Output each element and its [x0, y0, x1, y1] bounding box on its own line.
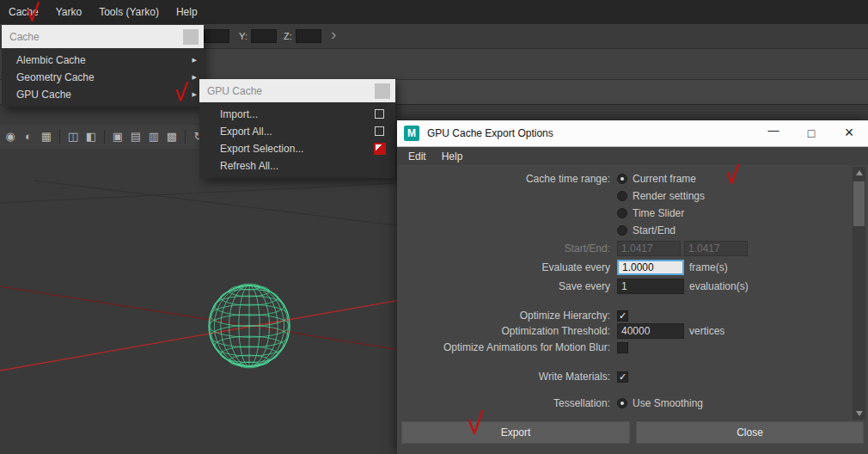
z-coordinate-input[interactable] [296, 29, 321, 43]
cache-dropdown-menu: Cache Alembic Cache ▶ Geometry Cache ▶ G… [2, 25, 204, 107]
textured-icon[interactable]: ▦ [40, 130, 53, 144]
film-gate-icon[interactable]: ▤ [129, 130, 143, 144]
close-button[interactable]: Close [636, 421, 864, 444]
optimize-hierarchy-label: Optimize Hierarchy: [400, 310, 617, 322]
scroll-down-icon[interactable] [853, 408, 865, 420]
wireframe-sphere[interactable] [209, 284, 290, 368]
menu-item-refresh-all[interactable]: Refresh All... [199, 157, 395, 175]
gate-mask-icon[interactable]: ▩ [165, 130, 179, 144]
maximize-icon[interactable]: □ [792, 120, 830, 146]
menu-item-label: Import... [220, 108, 258, 120]
start-end-fields-row: Start/End: [400, 240, 851, 257]
evaluate-every-field[interactable] [617, 260, 684, 275]
cache-time-range-row: Cache time range: Current frame [400, 170, 851, 187]
radio-render-settings[interactable] [617, 191, 627, 201]
dialog-scrollbar[interactable] [853, 167, 865, 420]
end-frame-field[interactable] [684, 241, 748, 256]
motion-blur-checkbox[interactable] [617, 342, 628, 353]
radio-start-end[interactable] [617, 225, 627, 236]
export-all-option-box-icon[interactable] [375, 126, 384, 136]
evaluate-every-suffix: frame(s) [689, 261, 728, 273]
menu-item-export-all[interactable]: Export All... [199, 123, 395, 140]
radio-render-settings-label[interactable]: Render settings [633, 190, 705, 202]
radio-current-frame-label[interactable]: Current frame [633, 173, 696, 185]
scroll-up-icon[interactable] [853, 167, 865, 179]
submenu-arrow-icon: ▶ [193, 69, 197, 86]
radio-current-frame[interactable] [617, 174, 627, 184]
optimization-threshold-field[interactable] [617, 323, 684, 339]
menu-tearoff-icon[interactable] [375, 83, 390, 99]
close-icon[interactable]: × [830, 120, 868, 146]
menu-item-label: GPU Cache [16, 89, 71, 101]
menu-cache[interactable]: Cache [0, 0, 47, 24]
optimization-threshold-suffix: vertices [689, 325, 724, 337]
wireframe-on-shaded-icon[interactable]: ◫ [66, 130, 80, 144]
export-button[interactable]: Export [401, 421, 630, 444]
toolbar-separator [185, 130, 186, 144]
radio-time-slider-label[interactable]: Time Slider [633, 207, 684, 219]
write-materials-checkbox[interactable] [617, 371, 628, 383]
menu-tearoff-icon[interactable] [183, 29, 199, 45]
gpu-menu-title: GPU Cache [207, 85, 375, 97]
menu-item-geometry-cache[interactable]: Geometry Cache ▶ [2, 69, 204, 86]
menu-item-label: Export Selection... [220, 143, 303, 155]
optimization-threshold-row: Optimization Threshold: vertices [400, 322, 851, 340]
save-every-suffix: evaluation(s) [689, 280, 749, 292]
menu-tools-yarko[interactable]: Tools (Yarko) [90, 0, 168, 24]
maya-app-icon: M [404, 126, 419, 141]
dialog-menubar: Edit Help [397, 146, 868, 165]
write-materials-row: Write Materials: [400, 368, 851, 385]
save-every-field[interactable] [617, 279, 684, 294]
dialog-menu-help[interactable]: Help [434, 147, 471, 165]
toolbar-collapse-icon[interactable]: › [331, 25, 336, 44]
evaluate-every-row: Evaluate every frame(s) [400, 259, 851, 276]
menu-help[interactable]: Help [168, 0, 206, 24]
optimize-hierarchy-checkbox[interactable] [617, 310, 628, 322]
dialog-titlebar[interactable]: M GPU Cache Export Options — □ × [397, 120, 868, 146]
dialog-title: GPU Cache Export Options [427, 127, 755, 139]
save-every-label: Save every [400, 280, 617, 292]
menu-item-label: Refresh All... [220, 160, 278, 172]
shading-icon[interactable]: ◐ [21, 130, 35, 144]
xray-icon[interactable]: ◧ [84, 130, 98, 144]
y-coordinate-input[interactable] [251, 29, 277, 43]
resolution-gate-icon[interactable]: ▥ [147, 130, 161, 144]
menu-item-gpu-cache[interactable]: GPU Cache ▶ [2, 86, 204, 103]
y-coordinate-label: Y: [239, 31, 248, 41]
radio-use-smoothing-label[interactable]: Use Smoothing [633, 397, 703, 409]
menu-item-alembic-cache[interactable]: Alembic Cache ▶ [2, 52, 204, 69]
menu-item-import[interactable]: Import... [199, 106, 395, 123]
tessellation-label: Tessellation: [400, 397, 617, 409]
motion-blur-label: Optimize Animations for Motion Blur: [400, 341, 617, 353]
export-selection-option-box-icon[interactable] [374, 143, 386, 155]
cache-menu-title: Cache [9, 31, 183, 43]
menu-item-export-selection[interactable]: Export Selection... [199, 140, 395, 157]
save-every-row: Save every evaluation(s) [400, 278, 851, 295]
menu-yarko[interactable]: Yarko [47, 0, 90, 24]
toolbar-separator [59, 130, 60, 144]
scrollbar-thumb[interactable] [853, 181, 865, 226]
maya-application: ◉ ◐ ▦ ◫ ◧ ▣ ▤ ▥ ▩ ↻ 0.00 Cache Yarko Too… [0, 0, 868, 454]
start-end-label: Start/End: [400, 242, 617, 255]
radio-time-slider[interactable] [617, 208, 627, 218]
gpu-menu-header[interactable]: GPU Cache [199, 79, 395, 102]
dialog-content: Cache time range: Current frame Render s… [397, 165, 868, 420]
lighting-icon[interactable]: ◉ [3, 130, 17, 144]
radio-use-smoothing[interactable] [617, 398, 627, 408]
dialog-menu-edit[interactable]: Edit [400, 147, 434, 165]
minimize-icon[interactable]: — [755, 120, 792, 146]
start-frame-field[interactable] [617, 241, 681, 256]
submenu-arrow-icon: ▶ [193, 86, 197, 103]
main-menubar: Cache Yarko Tools (Yarko) Help [0, 0, 868, 24]
motion-blur-row: Optimize Animations for Motion Blur: [400, 339, 851, 356]
camera-icon[interactable]: ▣ [111, 130, 125, 144]
optimization-threshold-label: Optimization Threshold: [400, 325, 617, 337]
radio-start-end-label[interactable]: Start/End [633, 224, 675, 236]
x-coordinate-input[interactable] [204, 29, 229, 43]
time-slider-row: Time Slider [400, 205, 851, 222]
import-option-box-icon[interactable] [375, 109, 384, 119]
evaluate-every-label: Evaluate every [400, 261, 617, 273]
grid-lines [0, 181, 447, 225]
cache-menu-header[interactable]: Cache [2, 25, 204, 48]
submenu-arrow-icon: ▶ [193, 52, 197, 69]
